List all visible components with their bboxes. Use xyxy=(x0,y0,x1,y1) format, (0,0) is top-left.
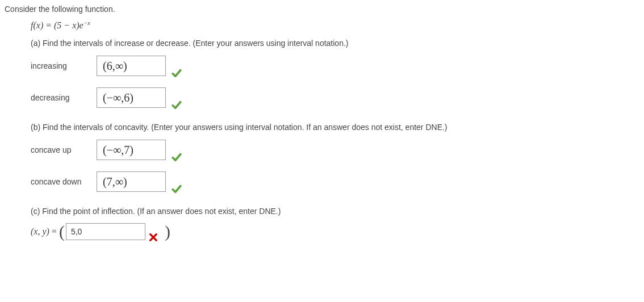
increasing-input[interactable]: (6,∞) xyxy=(97,56,166,76)
equals-sign: = xyxy=(52,227,57,237)
prompt-text: Consider the following function. xyxy=(5,5,644,14)
function-lhs: f xyxy=(31,20,33,30)
function-var: x xyxy=(36,20,40,30)
inflection-input[interactable]: 5,0 xyxy=(66,223,145,240)
part-c-text: (c) Find the point of inflection. (If an… xyxy=(31,207,644,216)
x-icon xyxy=(149,233,158,242)
decreasing-label: decreasing xyxy=(31,93,97,102)
close-paren: ) xyxy=(165,223,170,240)
function-rhs-base: (5 − x)e xyxy=(54,20,83,30)
checkmark-icon xyxy=(172,68,182,78)
part-b-text: (b) Find the intervals of concavity. (En… xyxy=(31,123,644,132)
concave-down-input[interactable]: (7,∞) xyxy=(97,171,166,192)
checkmark-icon xyxy=(172,184,182,194)
concave-up-label: concave up xyxy=(31,145,97,154)
concave-down-row: concave down (7,∞) xyxy=(31,169,644,194)
checkmark-icon xyxy=(172,100,182,110)
increasing-row: increasing (6,∞) xyxy=(31,53,644,78)
decreasing-input[interactable]: (−∞,6) xyxy=(97,87,166,108)
part-a-text: (a) Find the intervals of increase or de… xyxy=(31,39,644,48)
concave-down-label: concave down xyxy=(31,177,97,186)
increasing-label: increasing xyxy=(31,61,97,70)
checkmark-icon xyxy=(172,152,182,162)
inflection-lhs: (x, y) xyxy=(31,227,49,237)
function-rhs-exp: −x xyxy=(83,19,90,26)
decreasing-row: decreasing (−∞,6) xyxy=(31,85,644,110)
open-paren: ( xyxy=(59,223,65,240)
inflection-row: (x, y) = ( 5,0 ) xyxy=(31,221,644,242)
concave-up-row: concave up (−∞,7) xyxy=(31,137,644,162)
concave-up-input[interactable]: (−∞,7) xyxy=(97,140,166,160)
function-definition: f(x) = (5 − x)e−x xyxy=(31,19,644,31)
